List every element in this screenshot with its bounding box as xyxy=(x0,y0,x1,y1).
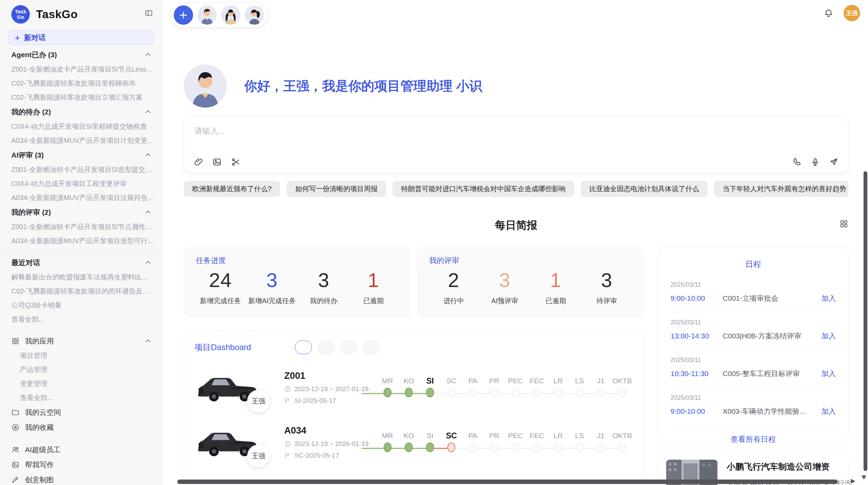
star-icon xyxy=(11,423,20,432)
sidebar-item[interactable]: A034-全新新能源MUV产品开发项目造型可行性评审 xyxy=(0,234,162,248)
project-row[interactable]: 王强 Z001 2023-12-19 ~ 2027-01-19 xyxy=(194,366,633,409)
milestone-label: OKTB xyxy=(612,376,633,386)
grid-icon xyxy=(11,337,20,345)
sidebar-item[interactable]: A034-全新新能源MUV产品开发项目法规符合性评审 xyxy=(0,191,162,205)
sidebar-app-item[interactable]: 项目管理 xyxy=(0,349,162,363)
chat-input[interactable] xyxy=(184,117,848,148)
stat-label: 待评审 xyxy=(585,296,629,306)
milestone-dot xyxy=(576,443,583,452)
milestone-label: J1 xyxy=(590,376,612,386)
milestone-chain: MR KO SI SC PA PR PEC FEC LR LS J1 OKTB xyxy=(377,431,633,454)
milestone-dot xyxy=(618,388,626,397)
milestone-dot xyxy=(554,388,562,397)
add-agent-button[interactable] xyxy=(174,5,193,25)
agent-avatar-2[interactable] xyxy=(221,5,240,25)
screenshot-icon[interactable] xyxy=(231,157,240,167)
dashboard-filter-tab[interactable] xyxy=(363,340,380,354)
sidebar-item[interactable]: Z001-全新燃油轻卡产品开发项目SI节点属性5D文件评审 xyxy=(0,220,162,234)
milestone-dot xyxy=(618,443,626,452)
vertical-scrollbar-thumb[interactable] xyxy=(864,171,867,471)
phone-icon[interactable] xyxy=(792,157,801,167)
agent-avatar-1[interactable] xyxy=(197,5,217,25)
suggestion-chip[interactable]: 如何写一份清晰的项目周报 xyxy=(287,181,386,197)
join-link[interactable]: 加入 xyxy=(821,294,836,303)
sidebar-item[interactable]: Z001-全新燃油轻卡产品开发项目SI造型提交物评审 xyxy=(0,163,162,177)
dashboard-filter-tab[interactable] xyxy=(295,340,312,354)
join-link[interactable]: 加入 xyxy=(821,331,836,341)
microphone-icon[interactable] xyxy=(810,157,820,167)
milestone-label: LS xyxy=(569,431,590,441)
sidebar-item[interactable]: C0X4-动力总成开发项目工程变更评审 xyxy=(0,177,162,191)
sidebar-app-item[interactable]: 查看全部... xyxy=(0,391,162,405)
sidebar-item[interactable]: 查看全部... xyxy=(0,312,162,326)
scroll-down-arrow[interactable] xyxy=(861,475,866,480)
view-all-schedule-link[interactable]: 查看所有日程 xyxy=(671,434,836,445)
section-recent-chats[interactable]: 最近对话 xyxy=(0,255,162,270)
milestone: FEC xyxy=(526,431,547,454)
send-icon[interactable] xyxy=(829,157,839,167)
project-code: Z001 xyxy=(284,371,371,381)
agent-avatar-3[interactable] xyxy=(245,5,264,25)
join-link[interactable]: 加入 xyxy=(821,369,836,378)
suggestion-chip[interactable]: 特朗普可能对进口汽车增税会对中国车企造成哪些影响 xyxy=(393,181,574,197)
section-agent-done[interactable]: Agent已办 (3) xyxy=(0,47,162,62)
card-title: 任务进度 xyxy=(196,256,398,266)
sidebar-item[interactable]: C0X4-动力总成开发项目SI里程碑提交物检查 xyxy=(0,120,162,134)
bell-icon[interactable] xyxy=(824,8,833,18)
suggestion-chip[interactable]: 当下年轻人对汽车外观有怎样的喜好趋势 xyxy=(714,181,848,197)
dashboard-filter-tab[interactable] xyxy=(340,340,357,354)
milestone-label: LR xyxy=(547,431,569,441)
image-upload-icon[interactable] xyxy=(212,157,222,167)
user-avatar[interactable]: 王强 xyxy=(844,5,860,21)
milestone-label: SC xyxy=(441,431,462,441)
sidebar-item[interactable]: A034-全新新能源MUV产品开发项目计划变更表编写 xyxy=(0,134,162,148)
horizontal-scrollbar-thumb[interactable] xyxy=(177,480,838,484)
topbar-right: 王强 xyxy=(824,5,860,21)
sidebar-item-ai-staff[interactable]: AI超级员工 xyxy=(0,442,162,457)
sidebar-item-creative-draw[interactable]: 创意制图 xyxy=(0,472,162,485)
sidebar-item[interactable]: Z001-全新燃油皮卡产品开发项目SI节点Lesson Learn报告 xyxy=(0,62,162,76)
join-link[interactable]: 加入 xyxy=(821,407,836,416)
folder-icon xyxy=(11,408,20,416)
sidebar-item-writing[interactable]: 帮我写作 xyxy=(0,457,162,472)
milestone-dot xyxy=(405,388,413,397)
suggestion-chip[interactable]: 欧洲新规最近颁布了什么? xyxy=(184,181,280,197)
milestone-label: MR xyxy=(377,376,398,386)
milestone: SC xyxy=(441,431,462,454)
sidebar-item[interactable]: C02-飞腾新能源轻客改款项目的闭环通告反馈情况 xyxy=(0,284,162,298)
milestone-chain: MR KO SI SC PA PR PEC FEC LR LS J1 OKTB xyxy=(377,376,633,399)
milestone-label: LS xyxy=(569,376,590,386)
section-my-apps[interactable]: 我的应用 xyxy=(0,334,162,349)
dashboard-filter-tab[interactable] xyxy=(317,340,335,354)
section-ai-review[interactable]: AI评审 (3) xyxy=(0,148,162,163)
layout-grid-icon[interactable] xyxy=(839,219,848,230)
sidebar-app-item[interactable]: 变更管理 xyxy=(0,377,162,391)
project-row[interactable]: 王强 A034 2023-12-19 ~ 2026-01-19 xyxy=(194,421,633,464)
schedule-card: 日程 2025/03/11 9:00-10:00 C001-立项审批会 加入 2… xyxy=(658,247,848,442)
milestone-dot xyxy=(447,443,455,452)
content: 你好，王强，我是你的项目管理助理 小识 欧洲新规最近颁布了什么?如何写一份清晰的… xyxy=(162,64,868,485)
schedule-entry: 2025/03/11 10:30-11:30 C005-整车工程目标评审 加入 xyxy=(671,350,836,387)
sidebar-item[interactable]: C02-飞腾新能源轻客改款项目立项汇报方案 xyxy=(0,90,162,104)
milestone: SI xyxy=(420,431,441,454)
sidebar-item[interactable]: 公司Q3轻卡销量 xyxy=(0,298,162,312)
new-chat-button[interactable]: + 新对话 xyxy=(8,30,154,45)
sidebar-item[interactable]: C02-飞腾新能源轻客改款项目里程碑画布 xyxy=(0,76,162,90)
section-my-todo[interactable]: 我的待办 (2) xyxy=(0,104,162,120)
milestone: SC xyxy=(441,376,462,399)
schedule-title: C001-立项审批会 xyxy=(723,294,817,303)
composer-actions xyxy=(792,157,839,167)
milestone-label: LR xyxy=(547,376,569,386)
sidebar-collapse-icon[interactable] xyxy=(145,9,153,18)
my-reviews-card: 我的评审 2 进行中 3 AI预评审 1 已逾期 3 待评审 xyxy=(417,247,644,318)
sidebar-item-favorites[interactable]: 我的收藏 xyxy=(0,420,162,435)
section-my-review[interactable]: 我的评审 (2) xyxy=(0,205,162,220)
scroll-right-arrow[interactable] xyxy=(851,479,855,484)
sidebar-app-item[interactable]: 产品管理 xyxy=(0,363,162,377)
milestone-dot xyxy=(511,443,519,452)
sidebar-item-cloud[interactable]: 我的云空间 xyxy=(0,405,162,420)
attachment-icon[interactable] xyxy=(194,157,203,167)
suggestion-chip[interactable]: 比亚迪全固态电池计划具体说了什么 xyxy=(581,181,708,197)
briefing-left-column: 任务进度 24 新增完成任务 3 新增AI完成任务 3 我的待办 1 已逾期 我… xyxy=(184,247,643,483)
sidebar-item[interactable]: 解释最新出台的欧盟报废车法规再生塑料比例被调至15%... xyxy=(0,270,162,284)
